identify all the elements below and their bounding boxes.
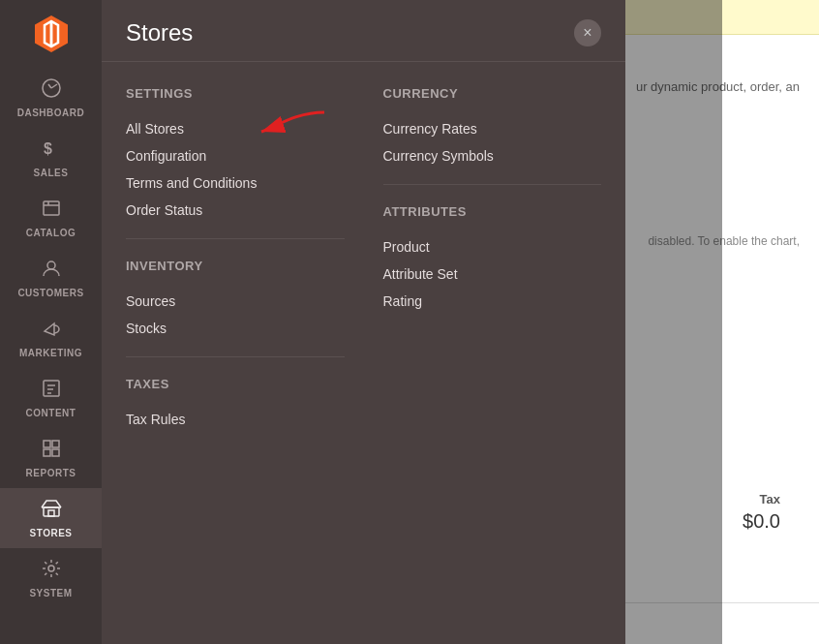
sidebar-label-catalog: CATALOG (26, 228, 76, 238)
sidebar-item-catalog[interactable]: CATALOG (0, 188, 102, 248)
tax-label: Tax (743, 492, 780, 506)
sidebar-item-reports[interactable]: REPORTS (0, 428, 102, 488)
magento-logo (31, 14, 72, 54)
modal-right-column: Currency Currency Rates Currency Symbols… (383, 81, 602, 625)
menu-item-terms[interactable]: Terms and Conditions (126, 169, 345, 197)
menu-item-currency-symbols[interactable]: Currency Symbols (383, 142, 602, 169)
sidebar-item-content[interactable]: CONTENT (0, 368, 102, 428)
menu-item-attribute-set[interactable]: Attribute Set (383, 261, 602, 288)
sidebar-item-marketing[interactable]: MARKETING (0, 308, 102, 368)
settings-section-title: Settings (126, 86, 345, 101)
sidebar-label-dashboard: DASHBOARD (17, 107, 85, 118)
inventory-section-title: Inventory (126, 259, 345, 273)
sidebar-item-stores[interactable]: STORES (0, 488, 102, 548)
modal-title: Stores (126, 19, 193, 46)
modal-close-button[interactable]: × (574, 19, 601, 46)
menu-item-order-status[interactable]: Order Status (126, 197, 345, 224)
sales-icon: $ (41, 138, 62, 164)
menu-item-rating[interactable]: Rating (383, 288, 602, 315)
sidebar-label-sales: SALES (34, 168, 69, 178)
svg-point-3 (47, 261, 55, 269)
menu-item-stocks[interactable]: Stocks (126, 315, 345, 342)
sidebar-item-sales[interactable]: $ SALES (0, 128, 102, 188)
sidebar-label-marketing: MARKETING (19, 348, 82, 358)
catalog-icon (41, 198, 62, 224)
customers-icon (41, 258, 62, 284)
svg-rect-7 (44, 449, 50, 456)
svg-rect-10 (48, 510, 54, 516)
dashboard-icon (41, 77, 62, 104)
sidebar-label-customers: CUSTOMERS (17, 288, 83, 298)
menu-item-currency-rates[interactable]: Currency Rates (383, 115, 602, 142)
svg-rect-9 (44, 507, 59, 516)
sidebar-item-customers[interactable]: CUSTOMERS (0, 248, 102, 308)
sidebar-logo (0, 0, 102, 68)
system-icon (41, 558, 62, 584)
modal-overlay: Stores × Settings All Stores Configurati… (102, 0, 722, 644)
sidebar-label-content: CONTENT (26, 408, 76, 418)
settings-items: All Stores Configuration Terms and Condi… (126, 115, 345, 224)
sidebar-item-system[interactable]: SYSTEM (0, 548, 102, 608)
inventory-taxes-divider (126, 356, 345, 357)
menu-item-tax-rules[interactable]: Tax Rules (126, 406, 345, 433)
marketing-icon (41, 318, 62, 344)
modal-body: Settings All Stores Configuration (102, 62, 625, 644)
red-arrow (257, 107, 334, 141)
currency-section-title: Currency (383, 86, 602, 101)
sidebar: DASHBOARD $ SALES CATALOG CUSTOMERS (0, 0, 102, 644)
svg-text:$: $ (44, 140, 52, 157)
menu-item-sources[interactable]: Sources (126, 288, 345, 315)
tax-value: $0.0 (743, 510, 780, 533)
reports-icon (41, 438, 62, 464)
stores-icon (41, 498, 62, 524)
sidebar-label-reports: REPORTS (26, 468, 76, 478)
svg-rect-6 (52, 441, 59, 447)
svg-point-11 (48, 566, 54, 571)
tax-section: Tax $0.0 (743, 492, 780, 533)
settings-inventory-divider (126, 238, 345, 239)
sidebar-item-dashboard[interactable]: DASHBOARD (0, 68, 102, 128)
svg-rect-2 (44, 201, 59, 215)
taxes-section-title: Taxes (126, 377, 345, 391)
svg-rect-5 (44, 441, 50, 447)
sidebar-label-system: SYSTEM (29, 588, 72, 598)
modal-header: Stores × (102, 0, 625, 62)
modal-left-column: Settings All Stores Configuration (126, 81, 345, 625)
currency-attributes-divider (383, 184, 602, 185)
content-icon (41, 378, 62, 404)
attributes-section-title: Attributes (383, 204, 602, 219)
stores-modal: Stores × Settings All Stores Configurati… (102, 0, 625, 644)
menu-item-configuration[interactable]: Configuration (126, 142, 345, 169)
svg-rect-8 (52, 449, 59, 456)
menu-item-product[interactable]: Product (383, 233, 602, 261)
sidebar-label-stores: STORES (30, 528, 73, 538)
